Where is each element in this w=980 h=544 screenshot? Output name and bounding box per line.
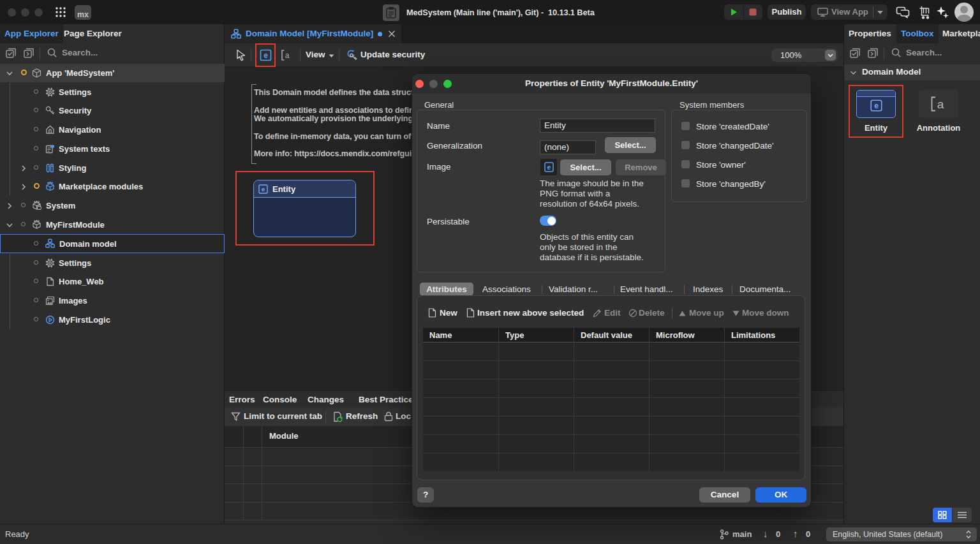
svg-text:e: e — [262, 186, 265, 193]
svg-text:e: e — [547, 163, 551, 171]
svg-text:e: e — [874, 101, 879, 110]
svg-text:a: a — [285, 51, 290, 60]
svg-text:e: e — [264, 51, 268, 60]
svg-text:a: a — [937, 98, 944, 111]
